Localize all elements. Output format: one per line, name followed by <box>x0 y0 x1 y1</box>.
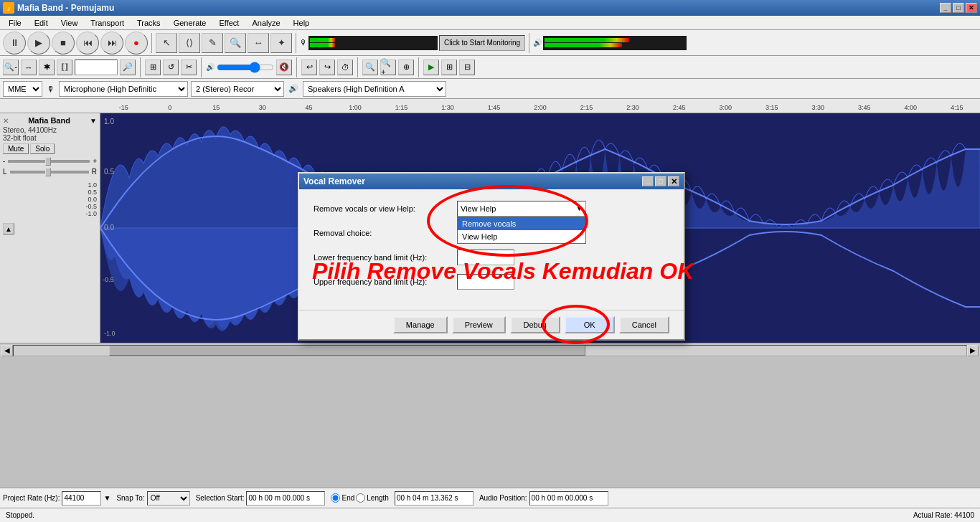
redo-btn[interactable]: ↪ <box>319 60 335 75</box>
modal-close-btn[interactable]: ✕ <box>668 176 679 186</box>
snap-to-select[interactable]: Off <box>147 491 190 506</box>
volume-mute[interactable]: 🔇 <box>276 60 292 75</box>
forward-button[interactable]: ⏭ <box>100 32 123 54</box>
svg-text:0.0: 0.0 <box>104 224 114 232</box>
option-remove-vocals[interactable]: Remove vocals <box>458 217 585 230</box>
playback-speed[interactable]: ⊞ <box>145 60 161 75</box>
menu-generate[interactable]: Generate <box>168 17 212 29</box>
mute-button[interactable]: Mute <box>3 143 29 154</box>
extra-tool1[interactable]: 🔍 <box>362 60 378 75</box>
horizontal-scrollbar[interactable] <box>13 345 967 356</box>
gain-slider-track[interactable] <box>8 160 90 163</box>
app-icon: ♪ <box>3 2 14 14</box>
modal-maximize-btn[interactable]: □ <box>655 176 666 186</box>
track-dropdown-btn[interactable]: ▼ <box>90 117 97 125</box>
menu-analyze[interactable]: Analyze <box>246 17 286 29</box>
menu-file[interactable]: File <box>3 17 27 29</box>
menu-help[interactable]: Help <box>288 17 316 29</box>
zoom-sel-btn[interactable]: ✱ <box>39 60 55 75</box>
cancel-button[interactable]: Cancel <box>619 316 669 333</box>
draw-tool[interactable]: ✎ <box>202 33 223 53</box>
gain-slider-thumb[interactable] <box>45 157 51 166</box>
minimize-button[interactable]: _ <box>940 3 951 13</box>
time-shift-tool[interactable]: ↔ <box>248 33 269 53</box>
menu-transport[interactable]: Transport <box>85 17 130 29</box>
collapse-button[interactable]: ▲ <box>3 223 14 234</box>
debug-button[interactable]: Debug <box>510 316 560 333</box>
upper-freq-input[interactable]: 2000 <box>457 274 514 290</box>
menu-edit[interactable]: Edit <box>29 17 54 29</box>
length-radio-label: Length <box>367 494 389 502</box>
menu-effect[interactable]: Effect <box>214 17 245 29</box>
option-view-help[interactable]: View Help <box>458 230 585 243</box>
zoom-magnify[interactable]: 🔎 <box>120 60 136 75</box>
undo-btn[interactable]: ↩ <box>301 60 317 75</box>
rewind-button[interactable]: ⏮ <box>76 32 99 54</box>
gain-label: - <box>3 157 5 165</box>
menu-view[interactable]: View <box>55 17 84 29</box>
zoom-fit-btn[interactable]: ⟦⟧ <box>57 60 72 75</box>
rate-dropdown-arrow[interactable]: ▼ <box>103 494 110 502</box>
output-level-meter <box>543 36 687 50</box>
extra-btn2[interactable]: ⊟ <box>459 60 475 75</box>
playback-cut[interactable]: ✂ <box>181 60 197 75</box>
vocals-label: Remove vocals or view Help: <box>314 204 457 213</box>
speaker-select[interactable]: Speakers (High Definition A <box>303 81 446 97</box>
audio-position-input[interactable] <box>529 491 608 506</box>
pause-button[interactable]: ⏸ <box>3 32 26 54</box>
preview-button[interactable]: Preview <box>452 316 506 333</box>
zoom-in-btn[interactable]: ↔ <box>21 60 37 75</box>
scrollbar-thumb[interactable] <box>109 346 585 356</box>
gain-plus: + <box>93 157 97 165</box>
sync-btn[interactable]: ⏱ <box>337 60 353 75</box>
host-select[interactable]: MME <box>3 81 42 97</box>
track-close-btn[interactable]: ✕ <box>3 117 9 125</box>
extra-btn1[interactable]: ⊞ <box>441 60 457 75</box>
play-btn2[interactable]: ▶ <box>423 60 439 75</box>
project-rate-input[interactable] <box>62 491 101 506</box>
scroll-right-btn[interactable]: ▶ <box>967 345 979 356</box>
maximize-button[interactable]: □ <box>953 3 964 13</box>
pan-slider-track[interactable] <box>10 171 89 174</box>
record-button[interactable]: ● <box>125 32 148 54</box>
end-time-input[interactable] <box>395 491 473 506</box>
close-button[interactable]: ✕ <box>966 3 977 13</box>
gain-row: - + <box>3 157 97 165</box>
play-button[interactable]: ▶ <box>27 32 50 54</box>
mic-icon: 🎙 <box>47 85 55 93</box>
scale-0: 0.0 <box>88 196 97 203</box>
lower-freq-input[interactable]: 500 <box>457 250 514 265</box>
scroll-left-btn[interactable]: ◀ <box>1 345 13 356</box>
scale-n1: -1.0 <box>85 210 97 217</box>
microphone-select[interactable]: Microphone (High Definitic <box>59 81 188 97</box>
manage-button[interactable]: Manage <box>393 316 448 333</box>
scale-05: 0.5 <box>88 189 97 196</box>
zoom-tool[interactable]: 🔍 <box>225 33 246 53</box>
extra-tool2[interactable]: 🔍+ <box>380 60 396 75</box>
monitoring-button[interactable]: Click to Start Monitoring <box>439 35 525 51</box>
multi-tool[interactable]: ✦ <box>270 33 292 53</box>
svg-text:-0.5: -0.5 <box>103 276 114 283</box>
playback-loop[interactable]: ↺ <box>163 60 179 75</box>
vocals-row: Remove vocals or view Help: View Help ▼ … <box>314 201 669 217</box>
extra-tool3[interactable]: ⊕ <box>398 60 414 75</box>
stop-button[interactable]: ■ <box>52 32 75 54</box>
end-radio[interactable] <box>331 493 340 503</box>
channels-select[interactable]: 2 (Stereo) Recor <box>191 81 284 97</box>
zoom-out-btn[interactable]: 🔍- <box>3 60 19 75</box>
ok-button[interactable]: OK <box>565 316 615 333</box>
envelope-tool[interactable]: ⟨⟩ <box>179 33 200 53</box>
zoom-field[interactable] <box>75 60 118 75</box>
pan-slider-thumb[interactable] <box>45 168 51 176</box>
selection-start-input[interactable] <box>246 491 325 506</box>
end-length-radio: End Length <box>331 493 388 503</box>
modal-minimize-btn[interactable]: _ <box>642 176 654 186</box>
solo-button[interactable]: Solo <box>30 143 55 154</box>
toolbar-separator-2 <box>296 33 296 53</box>
select-tool[interactable]: ↖ <box>156 33 177 53</box>
length-radio[interactable] <box>356 493 365 503</box>
menu-tracks[interactable]: Tracks <box>131 17 166 29</box>
volume-slider[interactable] <box>217 62 274 73</box>
vocals-dropdown[interactable]: View Help ▼ <box>457 201 586 217</box>
track-info-1: Stereo, 44100Hz <box>3 126 97 134</box>
